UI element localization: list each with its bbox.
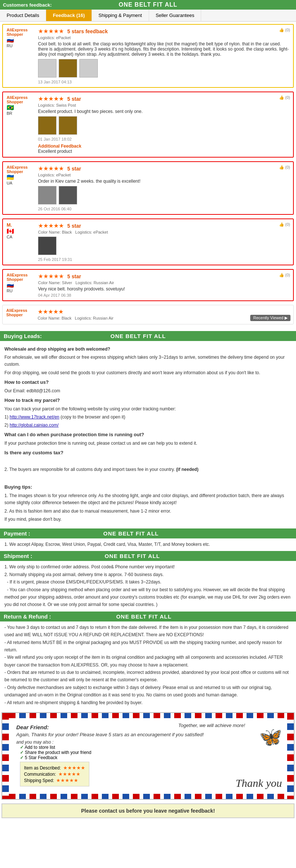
reviewer-flag-4: 🇨🇦	[7, 228, 36, 235]
review-image	[38, 186, 56, 204]
shipment-label: Shipment :	[4, 553, 32, 559]
review-thumbs-5[interactable]: 👍 (0)	[279, 273, 290, 278]
reviewer-name-2: AliExpress Shopper	[7, 95, 36, 104]
shipment-line-3: - If it is urgent, please choose EMS/DHL…	[4, 578, 292, 586]
track-url-2[interactable]: http://global.cainiao.com/	[10, 423, 59, 428]
track-url-1[interactable]: http://www.17track.net/en	[10, 414, 59, 420]
tip-1: 1. The images shown is for your referenc…	[4, 492, 292, 506]
review-rating-label-5: 5 star	[67, 273, 81, 279]
review-rating-label-4: 5 star	[67, 223, 81, 229]
tab-shipping-payment[interactable]: Shipping & Payment	[92, 10, 149, 21]
reviewer-country-2: BR	[7, 111, 36, 116]
review-rating-label-2: 5 star	[67, 96, 81, 102]
reviewer-info-6: AliExpress Shopper	[6, 308, 36, 317]
check-icon-2: ✓	[20, 750, 24, 755]
main-msg: Again, Thanks for your order! Please lea…	[16, 732, 280, 737]
buying-leads-header: Buying Leads: ONE BELT FIT ALL	[0, 331, 296, 341]
track-intro: You can track your parcel on the followi…	[4, 406, 292, 413]
review-stars-3: ★★★★★	[38, 165, 64, 172]
customs-heading: Is there any customs tax?	[4, 449, 292, 457]
additional-feedback-text: Excellent product	[38, 149, 289, 154]
review-content-5: ★★★★★ 5 star Color Name: Silver Logistic…	[38, 273, 289, 297]
reviewer-flag-1: 🇷🇺	[7, 37, 36, 44]
buying-tips-heading: Buying tips:	[4, 483, 292, 491]
review-logistics-5: Color Name: Silver Logistics: Russian Ai…	[38, 280, 289, 285]
review-logistics-2: Logistics: Swiss Post	[38, 103, 289, 107]
payment-label: Payment :	[4, 530, 30, 537]
star-row-1: Item as Described: ★★★★★	[24, 765, 85, 771]
tip-3: If you mind, please don't buy.	[4, 516, 292, 523]
return-line-5: - Only defective merchandises are subjec…	[4, 684, 292, 699]
star-row-3: Shipping Sped: ★★★★★	[24, 778, 85, 783]
review-content-2: ★★★★★ 5 star Logistics: Swiss Post Excel…	[38, 95, 289, 154]
return-line-2: - All returned items MUST BE in the orig…	[4, 639, 292, 654]
shipment-content: 1. We only ship to confirmed order addre…	[0, 561, 296, 610]
left-border-stripe	[2, 713, 9, 799]
check-icon-3: ✓	[20, 755, 24, 760]
contact-email: Our Email: edbltd@126.com	[4, 388, 292, 395]
review-card-3: AliExpress Shopper 🇺🇦 UA ★★★★★ 5 star Lo…	[2, 161, 294, 215]
review-images-3	[38, 186, 289, 204]
track-link-2: 2) http://global.cainiao.com/	[4, 422, 292, 429]
bottom-border-stripe	[9, 794, 287, 799]
feedback-stars-2: ★★★★★	[58, 771, 80, 777]
feedback-stars-3: ★★★★★	[56, 778, 78, 783]
reviewer-country-1: RU	[7, 44, 36, 48]
buying-leads-content: Wholesale and drop shipping are both wel…	[0, 341, 296, 528]
review-thumbs-1[interactable]: 👍 (0)	[279, 28, 290, 32]
track-heading: How to track my parcel?	[4, 397, 292, 404]
bottom-notice: Please contact us before you leave negat…	[1, 803, 295, 818]
and-you-may: and you may also :	[16, 740, 280, 745]
review-thumbs-4[interactable]: 👍 (0)	[279, 222, 290, 227]
return-label: Return & Refund :	[4, 613, 51, 620]
review-image	[38, 237, 56, 255]
review-logistics-4: Color Name: Black Logistics: ePacket	[38, 230, 289, 234]
checklist-item-1: ✓ Add to store list	[20, 745, 280, 750]
shipment-title: ONE BELT FIT ALL	[32, 553, 233, 559]
return-line-6: - All return and re-shipment shipping & …	[4, 699, 292, 706]
review-thumbs-3[interactable]: 👍 (0)	[279, 165, 290, 170]
tab-seller-guarantees[interactable]: Seller Guarantees	[149, 10, 202, 21]
review-logistics-3: Logistics: ePacket	[38, 173, 289, 177]
header-bar: Customers feedback: ONE BELT FIT ALL	[0, 0, 296, 10]
payment-title: ONE BELT FIT ALL	[30, 530, 232, 537]
feedback-label-2: Communication:	[24, 772, 56, 777]
bottom-notice-text: Please contact us before you leave negat…	[81, 808, 215, 814]
reviewer-country-4: CA	[7, 235, 36, 239]
return-line-4: - Orders that are returned to us due to …	[4, 669, 292, 684]
review-text-1: Cool belt. to look at all well. the clas…	[38, 41, 289, 57]
shipment-line-2: 2. Normally shipping via post airmail, d…	[4, 571, 292, 578]
review-thumbs-2[interactable]: 👍 (0)	[279, 95, 290, 100]
right-border-stripe	[287, 713, 294, 799]
review-stars-1: ★★★★★	[38, 28, 64, 35]
tip-2: 2. As this is fashion item and also due …	[4, 508, 292, 515]
review-text-2: Excellent product. I bought two pieces. …	[38, 109, 289, 114]
review-date-1: 13 Jan 2017 04:13	[38, 80, 289, 84]
reviewer-info-1: AliExpress Shopper 🇷🇺 RU	[7, 28, 36, 48]
payment-content: 1. We accept Alipay, Escrow, West Union,…	[0, 538, 296, 550]
tabs-bar: Product Details Feedback (16) Shipping &…	[0, 10, 296, 22]
review-logistics-1: Logistics: ePacket	[38, 35, 289, 40]
reviewer-info-2: AliExpress Shopper 🇧🇷 BR	[7, 95, 36, 116]
reviewer-info-5: AliExpress Shopper 🇷🇺 RU	[7, 273, 36, 293]
tab-product-details[interactable]: Product Details	[0, 10, 46, 21]
review-rating-label-1: 5 stars feedback	[67, 28, 108, 34]
buying-leads-label: Buying Leads:	[4, 333, 42, 339]
payment-text: 1. We accept Alipay, Escrow, West Union,…	[4, 541, 292, 548]
review-content-3: ★★★★★ 5 star Logistics: ePacket Order in…	[38, 165, 289, 211]
review-stars-6: ★★★★★	[38, 308, 63, 315]
additional-feedback-label: Additional Feedback	[38, 144, 289, 149]
review-card-6: AliExpress Shopper ★★★★★ Color Name: Bla…	[2, 305, 294, 324]
checklist-item-3: ✓ 5 Star Feedback	[20, 755, 280, 760]
reviewer-flag-3: 🇺🇦	[7, 174, 36, 181]
feedback-label-3: Shipping Sped:	[24, 778, 54, 783]
reviewer-name-6: AliExpress Shopper	[6, 308, 36, 317]
tab-feedback[interactable]: Feedback (16)	[46, 10, 92, 21]
recently-viewed-button[interactable]: Recently Viewed ▶	[250, 315, 290, 321]
review-images-2	[38, 116, 289, 135]
customs-p	[4, 458, 292, 465]
review-date-4: 25 Feb 2017 19:31	[38, 257, 289, 262]
reviewer-country-3: UA	[7, 181, 36, 185]
reviewer-info-3: AliExpress Shopper 🇺🇦 UA	[7, 165, 36, 185]
star-feedback-box: Item as Described: ★★★★★ Communication: …	[20, 762, 89, 786]
